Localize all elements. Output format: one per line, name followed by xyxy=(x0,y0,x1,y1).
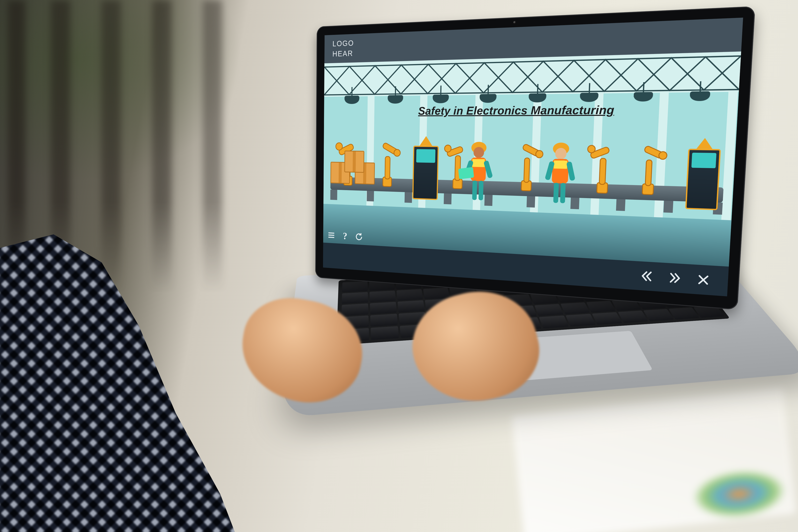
laptop-lid: LOGO HEAR xyxy=(315,6,755,310)
photo-scene: LOGO HEAR xyxy=(0,0,798,532)
warning-triangle-icon xyxy=(420,136,433,146)
next-button[interactable] xyxy=(666,270,683,286)
laptop: LOGO HEAR xyxy=(292,23,740,471)
chevrons-left-icon xyxy=(640,269,654,283)
question-icon: ? xyxy=(343,230,347,241)
control-console xyxy=(412,146,439,200)
robot-arm xyxy=(510,140,545,193)
reload-button[interactable] xyxy=(355,232,363,242)
svg-rect-18 xyxy=(472,180,477,200)
menu-button[interactable] xyxy=(327,230,336,240)
svg-point-38 xyxy=(588,145,595,153)
svg-point-13 xyxy=(444,145,451,152)
warning-triangle-icon xyxy=(697,138,713,149)
close-icon xyxy=(696,273,711,287)
factory-worker xyxy=(542,139,579,207)
svg-line-43 xyxy=(328,233,334,233)
person-silhouette xyxy=(0,220,331,532)
svg-rect-32 xyxy=(560,183,566,203)
laptop-trackpad xyxy=(456,330,653,385)
page-title: Safety in Electronics Manufacturing xyxy=(418,103,615,117)
svg-rect-17 xyxy=(472,159,485,167)
svg-rect-22 xyxy=(458,167,474,179)
svg-point-5 xyxy=(336,142,342,150)
svg-rect-31 xyxy=(553,183,559,203)
robot-arm xyxy=(373,139,402,189)
svg-line-44 xyxy=(328,235,334,235)
reload-icon xyxy=(355,232,363,241)
prev-button[interactable] xyxy=(639,268,655,284)
svg-rect-7 xyxy=(385,156,390,179)
factory-worker xyxy=(461,138,495,204)
course-slide: Safety in Electronics Manufacturing xyxy=(323,52,741,266)
svg-rect-30 xyxy=(554,160,567,169)
svg-point-9 xyxy=(394,149,400,156)
assembly-line xyxy=(323,123,737,220)
svg-rect-24 xyxy=(524,158,530,182)
help-button[interactable]: ? xyxy=(341,231,349,241)
app-screen: LOGO HEAR xyxy=(323,18,743,296)
close-button[interactable] xyxy=(695,272,712,288)
svg-point-42 xyxy=(659,152,667,159)
svg-rect-19 xyxy=(478,180,483,200)
svg-point-26 xyxy=(536,150,543,158)
robot-arm xyxy=(629,141,669,197)
chevrons-right-icon xyxy=(667,271,682,285)
hamburger-icon xyxy=(327,231,335,240)
control-console xyxy=(685,149,721,210)
shipping-box xyxy=(344,151,364,173)
robot-arm xyxy=(585,141,623,196)
svg-rect-36 xyxy=(599,158,606,185)
svg-rect-40 xyxy=(645,160,652,186)
svg-line-45 xyxy=(328,237,334,238)
